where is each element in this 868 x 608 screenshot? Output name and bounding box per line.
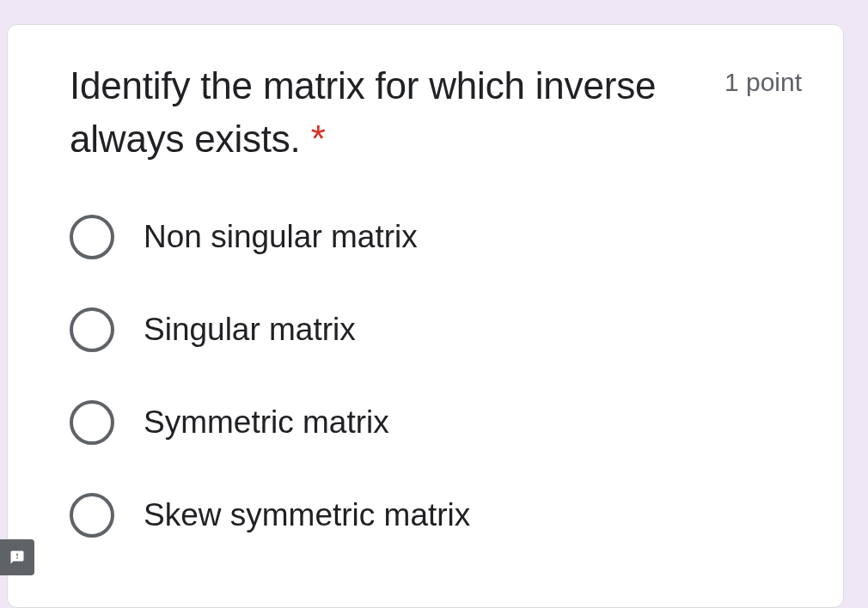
radio-icon [70,493,114,538]
question-header: Identify the matrix for which inverse al… [70,59,802,167]
question-prompt: Identify the matrix for which inverse al… [70,64,656,160]
option-label: Symmetric matrix [144,404,389,441]
alert-icon [9,550,25,565]
option-symmetric[interactable]: Symmetric matrix [70,400,802,445]
option-label: Skew symmetric matrix [144,497,470,533]
radio-icon [70,400,114,445]
required-asterisk: * [311,118,326,160]
options-group: Non singular matrix Singular matrix Symm… [70,215,802,538]
question-text: Identify the matrix for which inverse al… [70,59,724,167]
option-skew-symmetric[interactable]: Skew symmetric matrix [70,493,802,538]
radio-icon [70,307,114,352]
option-singular[interactable]: Singular matrix [70,307,802,352]
radio-icon [70,215,114,259]
question-card: Identify the matrix for which inverse al… [7,24,844,608]
option-label: Singular matrix [144,312,356,348]
report-button[interactable] [0,539,34,575]
option-non-singular[interactable]: Non singular matrix [70,215,802,259]
question-points: 1 point [724,59,802,97]
option-label: Non singular matrix [144,219,418,255]
